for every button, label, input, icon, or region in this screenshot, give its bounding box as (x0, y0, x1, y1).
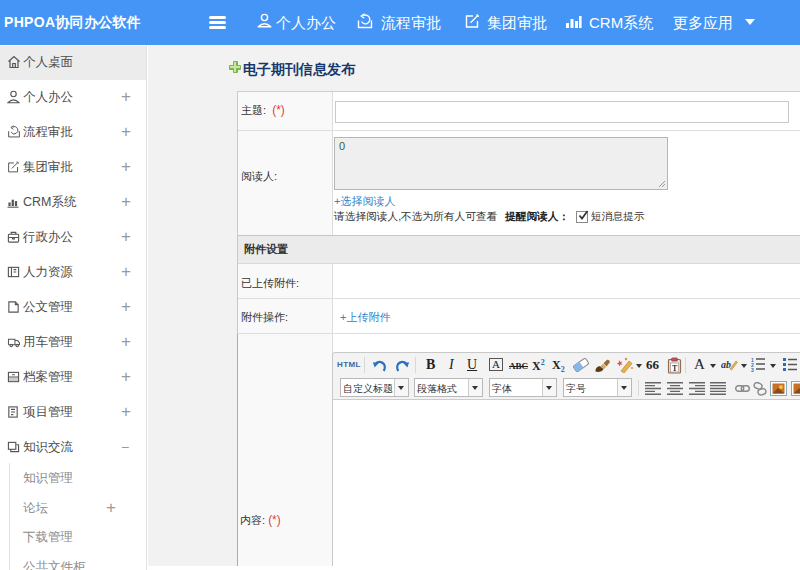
svg-text:T: T (672, 364, 678, 373)
svg-text:3: 3 (751, 367, 754, 372)
svg-text:ab: ab (721, 359, 731, 370)
